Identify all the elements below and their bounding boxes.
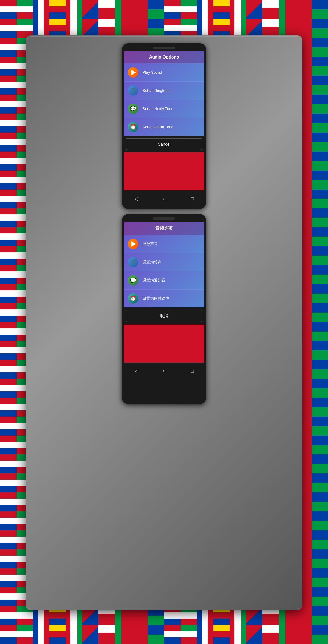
flag-cell: [262, 625, 279, 644]
flag-cell: [312, 454, 328, 473]
phone-speaker-2: [153, 217, 175, 220]
flag-cell: [312, 398, 328, 417]
flag-cell: [0, 265, 17, 284]
flag-cell: [312, 265, 328, 284]
back-button-1[interactable]: ◁: [134, 196, 138, 202]
alarm-label-1: Set as Alarm Tone: [143, 125, 173, 129]
ringtone-label-1: Set as Ringtone: [143, 88, 170, 93]
flag-cell: [115, 0, 131, 19]
music-note-icon-2: 🎵: [130, 259, 137, 265]
flag-cell: [279, 0, 295, 19]
flag-cell: [312, 473, 328, 492]
flag-cell: [0, 57, 17, 76]
ringtone-item-2[interactable]: 🎵 设置为铃声: [124, 253, 204, 271]
flag-cell: [312, 341, 328, 360]
alarm-item-1[interactable]: ⏰ Set as Alarm Tone: [124, 118, 204, 136]
phone-screen-2: 音频选项 播放声音 🎵 设置为铃声 💬: [124, 222, 204, 363]
flag-cell: [312, 606, 328, 625]
notify-label-1: Set as Notify Tone: [143, 107, 173, 111]
flag-cell: [312, 57, 328, 76]
recent-button-1[interactable]: □: [191, 196, 194, 202]
flag-cell: [66, 625, 82, 644]
flag-cell: [49, 0, 66, 19]
outer-frame: Audio Options Play Sound 🎵 Set as Ringto…: [26, 35, 302, 610]
flag-cell: [181, 0, 197, 19]
flag-cell: [0, 379, 17, 398]
screen-header-1: Audio Options: [124, 51, 204, 63]
flag-cell: [246, 625, 263, 644]
flag-cell: [312, 436, 328, 455]
flag-cell: [0, 398, 17, 417]
notify-icon-2: 💬: [128, 275, 138, 286]
play-icon-1: [128, 67, 138, 78]
flag-cell: [0, 303, 17, 322]
flag-cell: [82, 0, 99, 19]
flag-cell: [312, 587, 328, 606]
flag-cell: [295, 625, 312, 644]
phone-device-1: Audio Options Play Sound 🎵 Set as Ringto…: [122, 43, 206, 209]
flag-cell: [148, 625, 164, 644]
flag-cell: [0, 436, 17, 455]
alarm-item-2[interactable]: ⏰ 设置为闹钟铃声: [124, 290, 204, 307]
notify-item-2[interactable]: 💬 设置为通知音: [124, 271, 204, 290]
flag-cell: [49, 625, 66, 644]
phone-nav-1: ◁ ○ □: [122, 193, 206, 205]
flag-cell: [197, 0, 213, 19]
phone-speaker-1: [153, 47, 175, 49]
flag-cell: [66, 0, 82, 19]
flag-cell: [17, 625, 33, 644]
notify-item-1[interactable]: 💬 Set as Notify Tone: [124, 100, 204, 118]
flag-cell: [0, 587, 17, 606]
flag-cell: [312, 284, 328, 303]
flag-cell: [181, 625, 197, 644]
flag-cell: [312, 208, 328, 227]
flag-cell: [312, 76, 328, 95]
flag-cell: [0, 341, 17, 360]
flag-cell: [312, 114, 328, 133]
flag-cell: [230, 625, 246, 644]
recent-button-2[interactable]: □: [191, 368, 194, 374]
flag-cell: [0, 625, 17, 644]
flag-cell: [164, 0, 181, 19]
flag-cell: [148, 0, 164, 19]
flag-cell: [0, 133, 17, 152]
play-sound-item-1[interactable]: Play Sound: [124, 63, 204, 82]
flag-cell: [312, 360, 328, 379]
flag-cell: [312, 379, 328, 398]
notify-label-2: 设置为通知音: [143, 278, 165, 283]
screen-header-2: 音频选项: [124, 222, 204, 235]
flag-cell: [33, 0, 49, 19]
chat-bubble-icon-2: 💬: [130, 277, 136, 283]
flag-cell: [0, 0, 17, 19]
red-area-2: [124, 325, 204, 363]
audio-options-title-2: 音频选项: [155, 226, 173, 230]
flag-cell: [312, 171, 328, 190]
alarm-icon-1: ⏰: [128, 122, 138, 132]
flag-cell: [246, 0, 263, 19]
flag-cell: [33, 625, 49, 644]
flag-cell: [230, 0, 246, 19]
flag-cell: [295, 0, 312, 19]
flag-cell: [279, 625, 295, 644]
ringtone-item-1[interactable]: 🎵 Set as Ringtone: [124, 82, 204, 100]
alarm-clock-icon-2: ⏰: [130, 296, 136, 302]
back-button-2[interactable]: ◁: [134, 368, 138, 374]
cancel-button-2[interactable]: 取消: [126, 310, 202, 322]
flag-cell: [0, 208, 17, 227]
home-button-2[interactable]: ○: [163, 368, 166, 374]
play-sound-item-2[interactable]: 播放声音: [124, 235, 204, 253]
ringtone-label-2: 设置为铃声: [143, 260, 162, 265]
music-icon-1: 🎵: [128, 85, 138, 96]
flag-cell: [0, 549, 17, 568]
music-note-icon-1: 🎵: [130, 87, 137, 94]
play-icon-2: [128, 239, 138, 249]
phone-nav-2: ◁ ○ □: [122, 365, 206, 377]
flag-cell: [131, 0, 148, 19]
cancel-button-1[interactable]: Cancel: [126, 138, 202, 150]
flag-cell: [312, 549, 328, 568]
flag-cell: [312, 227, 328, 246]
notify-icon-1: 💬: [128, 104, 138, 114]
flag-cell: [312, 95, 328, 114]
home-button-1[interactable]: ○: [163, 196, 166, 202]
flag-cell: [82, 625, 99, 644]
